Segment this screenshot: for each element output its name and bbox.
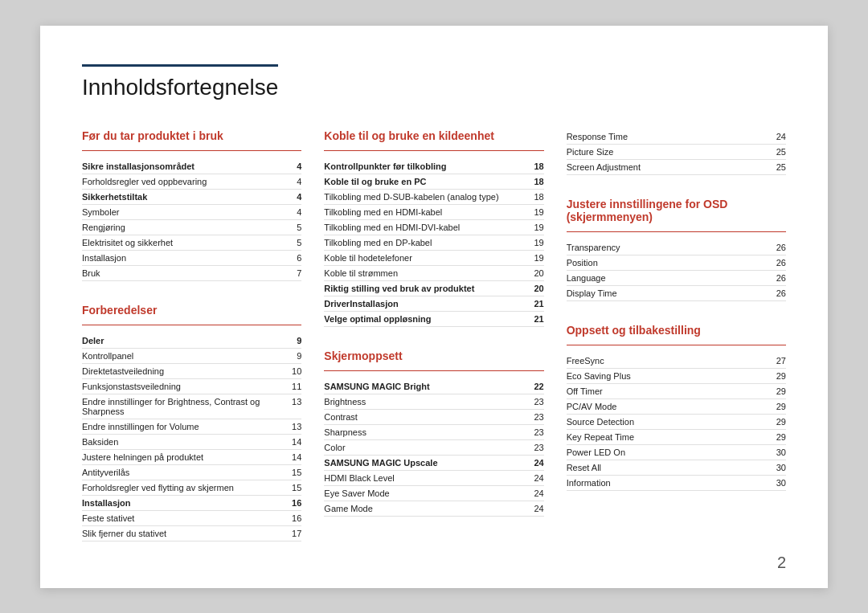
toc-item: Brightness23 bbox=[324, 394, 543, 410]
toc-item-label: Installasjon bbox=[82, 498, 282, 508]
toc-item: Funksjonstastsveiledning11 bbox=[82, 379, 301, 394]
toc-item: HDMI Black Level24 bbox=[324, 471, 543, 486]
toc-item-label: Koble til strømmen bbox=[324, 268, 524, 278]
toc-item-label: Response Time bbox=[567, 132, 767, 141]
section-title-section-oppsett: Oppsett og tilbakestilling bbox=[567, 324, 786, 337]
toc-item-page: 20 bbox=[525, 284, 544, 293]
toc-item-page: 5 bbox=[282, 223, 301, 232]
toc-item-page: 19 bbox=[525, 253, 544, 263]
toc-item: Endre innstillinger for Brightness, Cont… bbox=[82, 394, 301, 419]
divider-section-oppsett bbox=[567, 345, 786, 345]
toc-item-label: Forholdsregler ved oppbevaring bbox=[82, 177, 282, 186]
toc-item-label: Antityverilås bbox=[82, 468, 282, 477]
toc-item-page: 25 bbox=[767, 162, 786, 172]
section-title-section-koble: Koble til og bruke en kildeenhet bbox=[324, 129, 543, 142]
toc-item: Kontrollpanel9 bbox=[82, 349, 301, 364]
toc-item-page: 29 bbox=[767, 371, 786, 381]
toc-item-page: 24 bbox=[525, 504, 544, 513]
toc-item: Key Repeat Time29 bbox=[567, 430, 786, 445]
toc-item: Slik fjerner du stativet17 bbox=[82, 526, 301, 541]
toc-item: Contrast23 bbox=[324, 410, 543, 425]
toc-item-page: 22 bbox=[525, 382, 544, 391]
toc-item-page: 10 bbox=[282, 366, 301, 376]
toc-item-page: 23 bbox=[525, 443, 544, 452]
toc-item: Forholdsregler ved oppbevaring4 bbox=[82, 174, 301, 190]
toc-item-label: Endre innstillingen for Volume bbox=[82, 422, 282, 431]
toc-item-label: Bruk bbox=[82, 268, 282, 278]
toc-item-page: 26 bbox=[767, 288, 786, 298]
toc-item-label: Baksiden bbox=[82, 437, 282, 447]
toc-item-page: 20 bbox=[525, 268, 544, 278]
toc-item-page: 6 bbox=[282, 253, 301, 263]
toc-item-label: Funksjonstastsveiledning bbox=[82, 382, 282, 391]
toc-item-label: Koble til hodetelefoner bbox=[324, 253, 524, 263]
toc-item-page: 29 bbox=[767, 386, 786, 396]
toc-item-label: PC/AV Mode bbox=[567, 402, 767, 411]
toc-section-section-justere: Justere innstillingene for OSD (skjermme… bbox=[567, 198, 786, 301]
toc-item-label: Source Detection bbox=[567, 417, 767, 427]
toc-item-page: 7 bbox=[282, 268, 301, 278]
toc-item: Deler9 bbox=[82, 333, 301, 349]
toc-item-label: SAMSUNG MAGIC Upscale bbox=[324, 458, 524, 468]
toc-item-label: Slik fjerner du stativet bbox=[82, 529, 282, 538]
toc-item-label: Endre innstillinger for Brightness, Cont… bbox=[82, 397, 282, 416]
toc-item: Source Detection29 bbox=[567, 415, 786, 430]
toc-item: Riktig stilling ved bruk av produktet20 bbox=[324, 281, 543, 296]
toc-item-page: 30 bbox=[767, 478, 786, 488]
toc-item-page: 5 bbox=[282, 238, 301, 247]
toc-item: Velge optimal oppløsning21 bbox=[324, 312, 543, 327]
toc-item-page: 19 bbox=[525, 238, 544, 247]
toc-item-page: 19 bbox=[525, 207, 544, 217]
toc-item: Sikre installasjonsområdet4 bbox=[82, 159, 301, 174]
toc-item-label: Deler bbox=[82, 336, 282, 345]
toc-item: Display Time26 bbox=[567, 286, 786, 301]
toc-item-page: 11 bbox=[282, 382, 301, 391]
toc-item-page: 29 bbox=[767, 402, 786, 411]
toc-item-page: 21 bbox=[525, 314, 544, 324]
toc-item-label: SAMSUNG MAGIC Bright bbox=[324, 382, 524, 391]
toc-item-label: Off Timer bbox=[567, 386, 767, 396]
section-title-section-forberedelser: Forberedelser bbox=[82, 304, 301, 317]
toc-item: Response Time24 bbox=[567, 129, 786, 145]
toc-item: Tilkobling med en DP-kabel19 bbox=[324, 235, 543, 251]
toc-item-page: 17 bbox=[282, 529, 301, 538]
toc-item-label: Game Mode bbox=[324, 504, 524, 513]
toc-item-page: 4 bbox=[282, 161, 301, 171]
toc-item-page: 16 bbox=[282, 498, 301, 508]
toc-item-page: 9 bbox=[282, 351, 301, 361]
toc-item: Installasjon6 bbox=[82, 251, 301, 266]
toc-item-label: Sharpness bbox=[324, 427, 524, 437]
toc-item-page: 4 bbox=[282, 207, 301, 217]
toc-section-section-response: Response Time24Picture Size25Screen Adju… bbox=[567, 129, 786, 175]
divider-section-justere bbox=[567, 231, 786, 232]
toc-item-label: Screen Adjustment bbox=[567, 162, 767, 172]
toc-item: FreeSync27 bbox=[567, 353, 786, 369]
toc-col-1: Før du tar produktet i brukSikre install… bbox=[82, 129, 324, 541]
toc-item-page: 23 bbox=[525, 397, 544, 407]
toc-item-page: 26 bbox=[767, 258, 786, 268]
toc-item-page: 30 bbox=[767, 463, 786, 472]
toc-item-page: 24 bbox=[525, 458, 544, 468]
toc-item: Bruk7 bbox=[82, 266, 301, 281]
toc-item: Antityverilås15 bbox=[82, 465, 301, 480]
toc-item: Rengjøring5 bbox=[82, 220, 301, 235]
toc-item: Information30 bbox=[567, 476, 786, 491]
toc-item: Sharpness23 bbox=[324, 425, 543, 440]
toc-item-label: Eco Saving Plus bbox=[567, 371, 767, 381]
page-title: Innholdsfortegnelse bbox=[82, 64, 278, 100]
toc-item-label: Installasjon bbox=[82, 253, 282, 263]
toc-item-label: Tilkobling med en HDMI-kabel bbox=[324, 207, 524, 217]
toc-section-section-oppsett: Oppsett og tilbakestillingFreeSync27Eco … bbox=[567, 324, 786, 491]
toc-item-label: Tilkobling med D-SUB-kabelen (analog typ… bbox=[324, 192, 524, 202]
toc-item-label: Direktetastveiledning bbox=[82, 366, 282, 376]
toc-item-page: 4 bbox=[282, 177, 301, 186]
toc-section-section-for-du: Før du tar produktet i brukSikre install… bbox=[82, 129, 301, 281]
toc-item-page: 18 bbox=[525, 177, 544, 186]
toc-item: Koble til hodetelefoner19 bbox=[324, 251, 543, 266]
toc-item-page: 18 bbox=[525, 161, 544, 171]
toc-item: SAMSUNG MAGIC Upscale24 bbox=[324, 456, 543, 471]
toc-item-page: 26 bbox=[767, 273, 786, 283]
toc-item-page: 21 bbox=[525, 299, 544, 309]
toc-item: Direktetastveiledning10 bbox=[82, 364, 301, 379]
toc-item: Feste stativet16 bbox=[82, 511, 301, 526]
